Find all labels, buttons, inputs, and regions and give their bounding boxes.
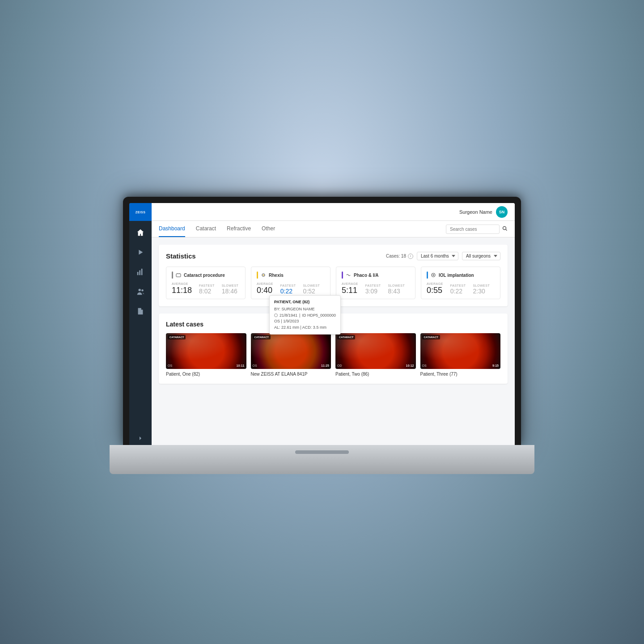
case-card-3[interactable]: CATARACT OD 10:12 Patient, Two (86)	[335, 333, 416, 377]
tab-dashboard[interactable]: Dashboard	[159, 221, 185, 237]
tooltip-surgeon: BY: SURGEON NAME	[274, 306, 336, 313]
sidebar-item-analytics[interactable]	[132, 264, 148, 280]
iol-fastest: FASTEST 0:22	[450, 284, 466, 294]
stats-cards: Cataract procedure AVERAGE 11:18 FASTEST	[166, 267, 500, 299]
case-name-4: Patient, Three (77)	[420, 372, 501, 377]
info-icon[interactable]: i	[408, 254, 413, 259]
case-thumbnail-2: CATARACT OS 11:25	[251, 333, 331, 369]
tooltip-measurements: AL: 22.61 mm | ACD: 3.5 mm	[274, 325, 336, 331]
cataract-slowest: SLOWEST 18:46	[222, 284, 239, 294]
case-eye-4: OS	[422, 364, 427, 367]
case-card-1[interactable]: CATARACT OS 10:11 Patient, One (82)	[166, 333, 246, 377]
card-header-phaco: Phaco & I/A	[342, 271, 410, 279]
search-icon[interactable]	[502, 225, 508, 233]
cataract-fastest: FASTEST 8:02	[199, 284, 215, 294]
app-header: Surgeon Name SN	[152, 203, 515, 221]
sidebar-item-home[interactable]	[132, 225, 148, 241]
surgeon-dropdown[interactable]: All surgeons	[462, 252, 500, 260]
tab-cataract[interactable]: Cataract	[196, 221, 216, 237]
stats-controls: Cases: 18 i Last 6 months All surgeons	[386, 252, 500, 260]
laptop-base	[110, 445, 534, 474]
card-header-iol: IOL implantation	[427, 271, 495, 279]
case-duration-2: 11:25	[321, 364, 329, 367]
tab-other[interactable]: Other	[262, 221, 275, 237]
rhexis-average: AVERAGE 0:40	[257, 282, 273, 294]
svg-point-5	[503, 227, 506, 230]
period-dropdown[interactable]: Last 6 months	[417, 252, 458, 260]
cataract-indicator	[172, 271, 173, 279]
case-name-2: New ZEISS AT ELANA 841P	[251, 372, 331, 377]
case-duration-4: 9:15	[492, 364, 499, 367]
phaco-slowest: SLOWEST 8:43	[388, 284, 405, 294]
phaco-values: AVERAGE 5:11 FASTEST 3:09 SLOWEST	[342, 282, 410, 294]
sidebar-item-procedures[interactable]	[132, 244, 148, 260]
iol-values: AVERAGE 0:55 FASTEST 0:22 SLOWEST	[427, 282, 495, 294]
rhexis-values: AVERAGE 0:40 FASTEST 0:22 SLOWEST	[257, 282, 325, 294]
sidebar-nav	[132, 221, 148, 433]
stats-title: Statistics	[166, 252, 196, 260]
tooltip-date: OS | 1/9/2023	[274, 318, 336, 325]
rhexis-fastest: FASTEST 0:22	[280, 284, 296, 294]
svg-rect-6	[176, 274, 181, 277]
statistics-section: Statistics Cases: 18 i Last 6 months	[159, 245, 508, 306]
case-eye-1: OS	[168, 364, 172, 367]
case-card-4[interactable]: CATARACT OS 9:15 Patient, Three (77)	[420, 333, 501, 377]
svg-rect-2	[141, 269, 143, 275]
phaco-fastest: FASTEST 3:09	[365, 284, 381, 294]
cases-grid: CATARACT OS 10:11 Patient, One (82) CATA…	[166, 333, 500, 377]
rhexis-indicator	[257, 271, 258, 279]
phaco-average: AVERAGE 5:11	[342, 282, 358, 294]
svg-point-9	[275, 314, 278, 317]
cataract-values: AVERAGE 11:18 FASTEST 8:02 SLOWEST	[172, 282, 240, 294]
case-thumbnail-4: CATARACT OS 9:15	[420, 333, 501, 369]
search-area	[446, 225, 508, 234]
svg-rect-0	[137, 272, 139, 275]
case-duration-1: 10:11	[237, 364, 245, 367]
sidebar: ZEISS	[129, 203, 152, 447]
card-header-cataract: Cataract procedure	[172, 271, 240, 279]
svg-point-8	[263, 275, 264, 275]
svg-rect-1	[139, 270, 140, 275]
stats-card-rhexis: Rhexis AVERAGE 0:40 FASTEST 0	[251, 267, 330, 299]
svg-point-4	[141, 289, 144, 292]
sidebar-item-users[interactable]	[132, 284, 148, 300]
tab-refractive[interactable]: Refractive	[227, 221, 251, 237]
nav-tabs: Dashboard Cataract Refractive Other	[152, 221, 515, 237]
case-duration-3: 10:12	[406, 364, 414, 367]
stats-header: Statistics Cases: 18 i Last 6 months	[166, 252, 500, 260]
rhexis-slowest: SLOWEST 0:52	[303, 284, 320, 294]
case-name-1: Patient, One (82)	[166, 372, 246, 377]
main-content: Surgeon Name SN Dashboard Cataract Refra…	[152, 203, 515, 447]
case-eye-2: OS	[253, 364, 257, 367]
stats-card-iol: IOL implantation AVERAGE 0:55 FASTEST	[421, 267, 500, 299]
phaco-indicator	[342, 271, 343, 279]
user-avatar: SN	[496, 206, 508, 218]
tooltip-patient-name: PATIENT, ONE (82)	[274, 299, 336, 305]
case-card-2[interactable]: CATARACT OS 11:25 New ZEISS AT ELANA 841…	[251, 333, 331, 377]
cataract-average: AVERAGE 11:18	[172, 282, 192, 294]
iol-slowest: SLOWEST 2:30	[473, 284, 490, 294]
stats-card-cataract: Cataract procedure AVERAGE 11:18 FASTEST	[166, 267, 246, 299]
sidebar-item-documents[interactable]	[132, 303, 148, 319]
user-info: Surgeon Name SN	[459, 206, 508, 218]
case-badge-2: CATARACT	[253, 335, 271, 339]
stats-cases-count: Cases: 18 i	[386, 254, 413, 259]
case-thumbnail-3: CATARACT OD 10:12	[335, 333, 416, 369]
case-badge-1: CATARACT	[168, 335, 186, 339]
search-input[interactable]	[446, 225, 500, 234]
case-eye-3: OD	[337, 364, 342, 367]
tooltip-dob: 21/8/1941 | ID HDP5_0000000	[274, 313, 336, 319]
iol-indicator	[427, 271, 428, 279]
iol-average: AVERAGE 0:55	[427, 282, 443, 294]
svg-point-3	[139, 289, 141, 291]
sidebar-expand-button[interactable]	[132, 433, 148, 444]
user-name: Surgeon Name	[459, 209, 492, 215]
case-name-3: Patient, Two (86)	[335, 372, 416, 377]
case-thumbnail-1: CATARACT OS 10:11	[166, 333, 246, 369]
stats-card-phaco: Phaco & I/A AVERAGE 5:11 FASTEST	[336, 267, 415, 299]
page-content: Statistics Cases: 18 i Last 6 months	[152, 237, 515, 447]
card-header-rhexis: Rhexis	[257, 271, 325, 279]
case-badge-3: CATARACT	[337, 335, 355, 339]
case-badge-4: CATARACT	[422, 335, 440, 339]
app-logo: ZEISS	[129, 203, 152, 221]
